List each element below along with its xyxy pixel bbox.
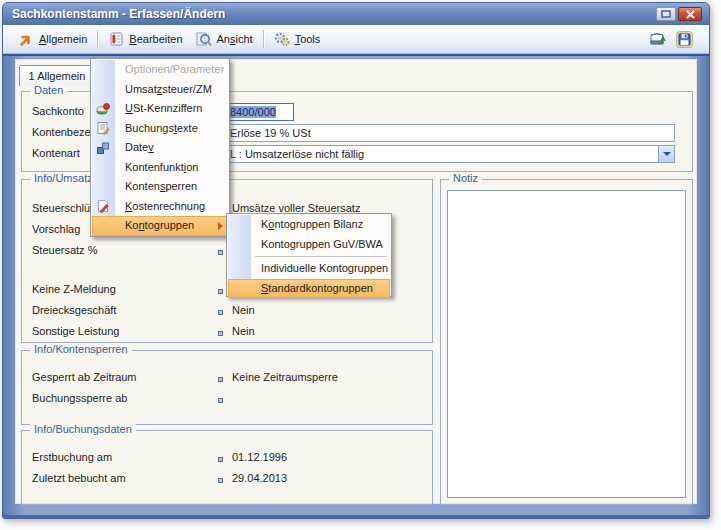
menu-item-kontogruppen[interactable]: Kontogruppen (92, 216, 228, 236)
menubar-separator (263, 30, 264, 48)
close-icon (686, 10, 695, 19)
menu-item-kontensperren[interactable]: Kontensperren (92, 177, 228, 197)
group-info-buchungsdaten: Info/Buchungsdaten Erstbuchung am01.12.1… (21, 430, 433, 505)
info-row: Gesperrt ab ZeitraumKeine Zeitraumsperre (22, 371, 432, 392)
menu-ansicht[interactable]: Ansicht (189, 28, 259, 50)
menubar-separator (97, 30, 98, 48)
restore-icon (661, 10, 671, 18)
bullet-icon (218, 377, 223, 382)
tab-allgemein[interactable]: 1 Allgemein (19, 65, 95, 86)
kontenart-label: Kontenart (32, 147, 80, 159)
menu-item-kontogruppen-bilanz[interactable]: Kontogruppen Bilanz (228, 215, 390, 235)
bullet-icon (218, 289, 223, 294)
menu-item-optionen-parameter: Optionen/Parameter (92, 60, 228, 80)
info-row: Buchungssperre ab (22, 392, 432, 413)
bullet-icon (218, 310, 223, 315)
sachkonto-label: Sachkonto (32, 105, 84, 117)
kontenart-dropdown-button[interactable] (658, 146, 674, 162)
sachkonto-input[interactable]: 8400/000 (226, 103, 294, 121)
titlebar[interactable]: Sachkontenstamm - Erfassen/Ändern (3, 3, 709, 25)
menu-item-individuelle-kontogruppen[interactable]: Individuelle Kontogruppen (228, 259, 390, 279)
ust-kennziffern-icon (96, 102, 110, 116)
kostenrechnung-icon (96, 199, 110, 213)
datev-icon (96, 141, 110, 155)
notiz-textarea[interactable] (447, 190, 686, 498)
bullet-icon (218, 250, 223, 255)
kontenbezeichnung-value: Erlöse 19 % USt (230, 127, 311, 139)
menu-item-kostenrechnung[interactable]: Kostenrechnung (92, 197, 228, 217)
group-notiz-label: Notiz (449, 172, 482, 184)
gears-icon (274, 31, 290, 47)
menu-item-datev[interactable]: Datev (92, 138, 228, 158)
info-row: Zuletzt bebucht am29.04.2013 (22, 472, 432, 493)
info-row: DreiecksgeschäftNein (22, 304, 432, 325)
group-info-kontensperren: Info/Kontensperren Gesperrt ab ZeitraumK… (21, 350, 433, 425)
bullet-icon (218, 398, 223, 403)
menu-item-ust-kennziffern[interactable]: USt-Kennziffern (92, 99, 228, 119)
arrow-up-right-icon (19, 32, 34, 47)
app-window: Sachkontenstamm - Erfassen/Ändern Allgem… (2, 2, 710, 519)
menu-item-kontogruppen-guv-bwa[interactable]: Kontogruppen GuV/BWA (228, 235, 390, 255)
buchungstexte-icon (96, 121, 110, 135)
sachkonto-value: 8400/000 (230, 106, 276, 118)
magnifier-page-icon (195, 31, 212, 47)
submenu-arrow-icon (218, 222, 223, 230)
chevron-down-icon (663, 152, 671, 156)
kontogruppen-submenu-popup: Kontogruppen Bilanz Kontogruppen GuV/BWA… (226, 213, 392, 297)
menu-tools[interactable]: Tools (268, 28, 327, 50)
menu-item-umsatzsteuer-zm[interactable]: Umsatzsteuer/ZM (92, 80, 228, 100)
bearbeiten-menu-popup: Optionen/Parameter Umsatzsteuer/ZM USt-K… (90, 58, 230, 237)
restore-button[interactable] (656, 7, 676, 21)
menubar: Allgemein Bearbeiten Ansicht Tools (3, 25, 709, 54)
bullet-icon (218, 331, 223, 336)
group-notiz: Notiz (440, 179, 693, 505)
bullet-icon (218, 478, 223, 483)
book-arrow-icon[interactable] (649, 31, 667, 48)
group-daten-label: Daten (30, 84, 67, 96)
menu-item-standardkontogruppen[interactable]: Standardkontogruppen (228, 279, 390, 299)
menu-item-buchungstexte[interactable]: Buchungstexte (92, 119, 228, 139)
menu-item-kontenfunktion[interactable]: Kontenfunktion (92, 158, 228, 178)
kontenbezeichnung-input[interactable]: Erlöse 19 % USt (226, 124, 675, 142)
info-row: Erstbuchung am01.12.1996 (22, 451, 432, 472)
toolbar-right (649, 31, 699, 48)
edit-page-icon (108, 31, 124, 47)
bullet-icon (218, 457, 223, 462)
menu-bearbeiten[interactable]: Bearbeiten (102, 28, 188, 50)
save-icon[interactable] (676, 31, 693, 48)
window-title: Sachkontenstamm - Erfassen/Ändern (12, 7, 225, 21)
menu-allgemein[interactable]: Allgemein (13, 29, 93, 50)
close-button[interactable] (678, 7, 702, 21)
kontenart-combobox[interactable]: L : Umsatzerlöse nicht fällig (226, 145, 675, 163)
kontenart-value: L : Umsatzerlöse nicht fällig (230, 148, 364, 160)
